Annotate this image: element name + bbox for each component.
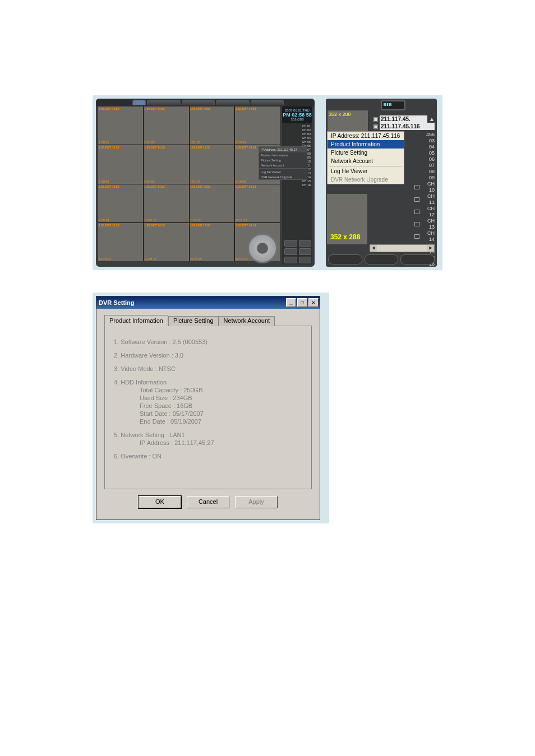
camera-tile[interactable]: 1.06.2007 14:5310 CH 10 xyxy=(144,184,188,222)
dvr-setting-dialog: DVR Setting _ □ × Product Information Pi… xyxy=(96,296,320,520)
tab-network-account[interactable]: Network Account xyxy=(219,316,275,326)
camera-preview-large[interactable]: 352 x 288 xyxy=(327,194,367,244)
apply-button: Apply xyxy=(235,496,278,508)
bottom-icon-grid xyxy=(284,240,311,263)
info-video-mode: 3, Video Mode : NTSC xyxy=(114,365,302,372)
info-hdd-start: Start Date : 05/17/2007 xyxy=(140,410,302,417)
ip-row[interactable]: 211.117.45. xyxy=(380,115,427,123)
tab-pane-product-information: 1, Software Version : 2,5 (000553) 2, Ha… xyxy=(104,326,312,489)
camera-tile[interactable]: 1.06.2007 14:531 CH 01 xyxy=(98,106,143,145)
menu-item-network-account[interactable]: Network Account xyxy=(328,157,404,165)
info-hdd-free: Free Space : 16GB xyxy=(140,402,302,409)
menu-item[interactable]: Product Information xyxy=(259,152,307,157)
toolbar-tab[interactable] xyxy=(182,100,215,105)
clock-time: PM 02:56 xyxy=(283,112,305,118)
dialog-button-row: OK Cancel Apply xyxy=(104,489,312,512)
menu-item-picture-setting[interactable]: Picture Setting xyxy=(328,149,404,157)
camera-tile[interactable]: 1.06.2007 14:536 CH 06 xyxy=(144,145,188,183)
dialog-title: DVR Setting xyxy=(99,299,285,306)
camera-tile[interactable]: 1.06.2007 14:537 CH 07 xyxy=(190,145,234,183)
menu-item[interactable]: DVR Network Upgrade xyxy=(259,174,307,179)
zoom-panel-screenshot: 352 x 288 ▣211.117.45.▲ ▣211.117.45.116 … xyxy=(326,99,437,267)
menu-item-dvr-network-upgrade[interactable]: DVR Network Upgrade xyxy=(328,175,404,184)
info-hardware-version: 2, Hardware Version : 3,0 xyxy=(114,352,302,359)
close-button[interactable]: × xyxy=(308,298,319,307)
context-menu: IP Address: 211.117.45.116 Product Infor… xyxy=(327,131,404,184)
panel-icon[interactable] xyxy=(299,248,312,255)
camera-tile[interactable]: 1.06.2007 14:534 CH 04 xyxy=(235,106,280,145)
camera-tile[interactable]: 1.06.2007 14:532 CH 02 xyxy=(144,106,188,145)
info-network-setting: 5, Network Setting : LAN1 xyxy=(114,432,302,438)
ok-button[interactable]: OK xyxy=(139,496,181,508)
dialog-titlebar: DVR Setting _ □ × xyxy=(96,296,320,309)
jog-wheel[interactable] xyxy=(247,233,278,263)
camera-tile[interactable]: 1.06.2007 14:539 CH 09 xyxy=(98,184,143,222)
info-software-version: 1, Software Version : 2,5 (000553) xyxy=(114,338,302,345)
h-scrollbar[interactable]: ◄► xyxy=(370,244,435,252)
maximize-button[interactable]: □ xyxy=(297,298,307,307)
tab-product-information[interactable]: Product Information xyxy=(104,315,168,326)
menu-item-log-file-viewer[interactable]: Log file Viewer xyxy=(328,167,404,175)
panel-icon[interactable] xyxy=(299,257,312,263)
camera-tile[interactable]: 1.06.2007 14:5315 CH 15 xyxy=(190,223,234,261)
dvr-toolbar xyxy=(132,100,284,105)
minimize-button[interactable]: _ xyxy=(286,298,296,307)
panel-icon[interactable] xyxy=(284,248,297,255)
camera-tile[interactable]: 1.06.2007 14:5312 CH 12 xyxy=(235,184,280,222)
toolbar-tab[interactable] xyxy=(216,100,250,105)
tab-picture-setting[interactable]: Picture Setting xyxy=(168,316,219,326)
dvr-client-screenshot: 1.06.2007 14:531 CH 01 1.06.2007 14:532 … xyxy=(96,99,315,267)
toolbar-tab[interactable] xyxy=(147,100,181,105)
info-network-ip: IP Address : 211,117,45,27 xyxy=(140,439,302,446)
bottom-button[interactable] xyxy=(400,254,435,265)
info-overwrite: 6, Overwrite : ON xyxy=(114,453,302,460)
panel-icon[interactable] xyxy=(284,240,297,247)
toolbar-tab[interactable] xyxy=(132,100,146,105)
info-hdd-total: Total Capacity : 250GB xyxy=(140,387,302,393)
camera-tile[interactable]: 1.06.2007 14:5313 CH 13 xyxy=(98,223,143,261)
bottom-button[interactable] xyxy=(328,254,362,265)
camera-tile[interactable]: 1.06.2007 14:535 CH 05 xyxy=(98,145,143,183)
info-hdd-used: Used Size : 234GB xyxy=(140,395,302,401)
bottom-button[interactable] xyxy=(365,254,399,265)
bottom-button-row xyxy=(328,254,435,265)
menu-item-product-information[interactable]: Product Information xyxy=(328,140,404,149)
dvr-clock: 2007.06.01 THU PM 02:56 58 352x288 xyxy=(282,106,312,123)
led-indicator xyxy=(381,100,405,110)
toolbar-tab[interactable] xyxy=(251,100,284,105)
dialog-tabs: Product Information Picture Setting Netw… xyxy=(104,315,312,326)
context-menu-header: IP Address: 211.117.45.116 xyxy=(328,132,404,140)
clock-res: 352x288 xyxy=(290,118,303,121)
context-menu-small: IP Address: 211.117.45.27 Product Inform… xyxy=(259,146,307,180)
camera-tile[interactable]: 1.06.2007 14:5311 CH 11 xyxy=(190,184,234,222)
menu-item[interactable]: Picture Setting xyxy=(259,157,307,163)
camera-tile[interactable]: 1.06.2007 14:5314 CH 14 xyxy=(144,223,188,261)
panel-icon[interactable] xyxy=(299,240,312,247)
scroll-right-icon[interactable]: ► xyxy=(427,245,434,252)
menu-item[interactable]: Log file Viewer xyxy=(259,169,307,174)
menu-item[interactable]: Network Account xyxy=(259,163,307,168)
panel-icon[interactable] xyxy=(284,257,297,263)
cancel-button[interactable]: Cancel xyxy=(187,496,229,508)
scroll-left-icon[interactable]: ◄ xyxy=(370,245,377,252)
camera-tile[interactable]: 1.06.2007 14:533 CH 03 xyxy=(190,106,234,145)
info-hdd-end: End Date : 05/19/2007 xyxy=(140,418,302,425)
info-hdd-header: 4, HDD Information xyxy=(114,379,302,386)
